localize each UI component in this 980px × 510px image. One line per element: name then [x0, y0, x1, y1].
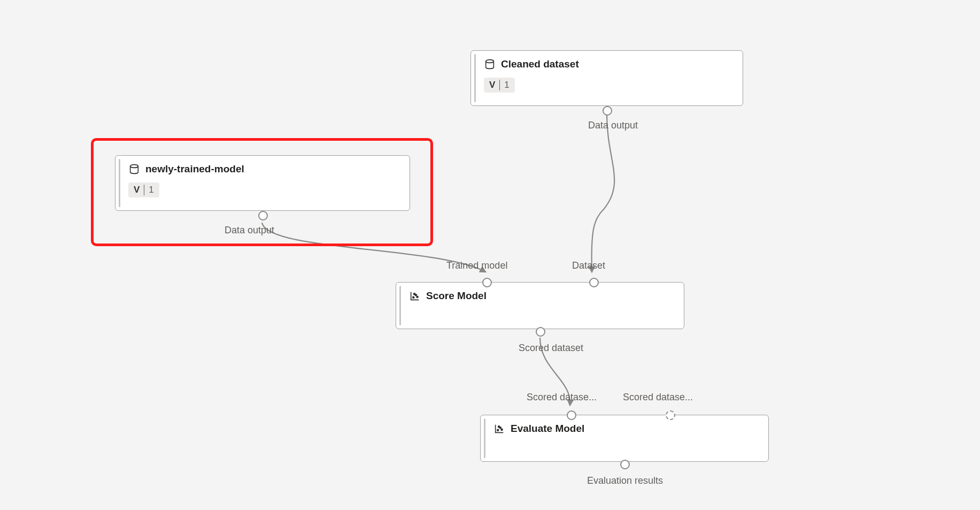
svg-point-4 — [416, 296, 418, 298]
node-title: newly-trained-model — [145, 163, 244, 175]
output-port[interactable] — [258, 211, 268, 220]
input-port-dataset[interactable] — [589, 278, 599, 287]
node-newly-trained-model[interactable]: newly-trained-model V 1 — [115, 155, 410, 211]
port-label-data-output: Data output — [588, 120, 638, 131]
node-title: Evaluate Model — [511, 423, 584, 435]
edge-score-to-evaluate — [540, 338, 570, 405]
svg-point-5 — [414, 293, 415, 295]
node-evaluate-model[interactable]: Evaluate Model — [480, 415, 769, 462]
output-port[interactable] — [603, 106, 612, 116]
port-label-scored-dataset-left: Scored datase... — [527, 392, 597, 403]
svg-point-8 — [501, 429, 503, 430]
port-label-dataset: Dataset — [572, 260, 605, 271]
port-label-scored-dataset: Scored dataset — [519, 342, 583, 354]
output-port-scored-dataset[interactable] — [536, 327, 545, 337]
version-badge: V 1 — [484, 78, 515, 93]
edge-model-to-score — [262, 223, 485, 272]
database-icon — [484, 58, 496, 70]
svg-point-0 — [486, 60, 494, 63]
input-port-scored-right-optional[interactable] — [666, 410, 675, 420]
input-port-scored-left[interactable] — [567, 410, 576, 420]
pipeline-canvas[interactable]: Cleaned dataset V 1 Data output newly-tr… — [0, 0, 980, 510]
node-score-model[interactable]: Score Model — [396, 282, 684, 329]
svg-point-2 — [413, 296, 414, 298]
input-port-trained-model[interactable] — [482, 278, 492, 287]
svg-point-1 — [130, 165, 138, 168]
output-port-evaluation-results[interactable] — [620, 460, 630, 469]
node-cleaned-dataset[interactable]: Cleaned dataset V 1 — [470, 50, 743, 106]
database-icon — [128, 163, 140, 175]
port-label-evaluation-results: Evaluation results — [587, 475, 663, 486]
svg-point-9 — [498, 426, 500, 428]
edge-cleaned-to-score — [592, 115, 615, 272]
svg-point-6 — [497, 429, 499, 431]
scatter-chart-icon — [493, 423, 505, 435]
port-label-scored-dataset-right: Scored datase... — [623, 392, 693, 403]
version-badge: V 1 — [128, 182, 159, 197]
node-title: Cleaned dataset — [501, 58, 579, 70]
scatter-chart-icon — [409, 290, 421, 302]
port-label-data-output: Data output — [225, 225, 274, 236]
node-title: Score Model — [426, 290, 487, 302]
port-label-trained-model: Trained model — [446, 260, 507, 271]
